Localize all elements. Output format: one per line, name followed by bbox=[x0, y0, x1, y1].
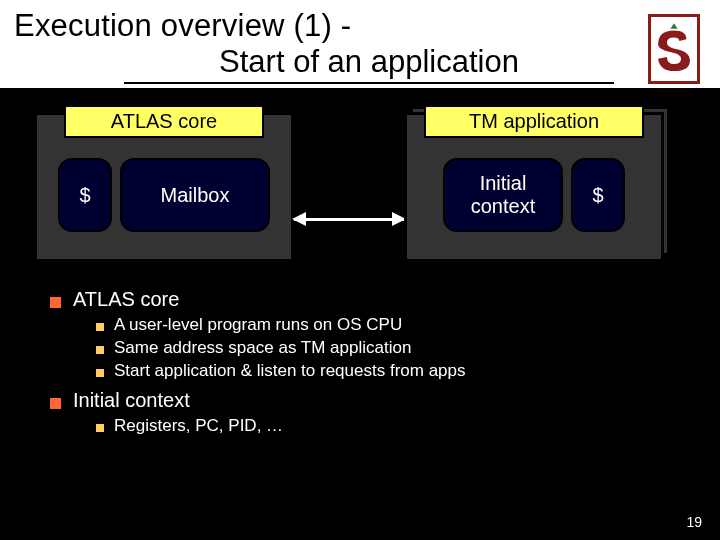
bullet-atlas-core: ATLAS core bbox=[50, 288, 680, 311]
bullet-list: ATLAS core A user-level program runs on … bbox=[50, 288, 680, 436]
tm-application-panel: TM application Initial context $ bbox=[404, 112, 664, 262]
sub-bullet: Start application & listen to requests f… bbox=[96, 361, 680, 381]
bullet-icon bbox=[96, 369, 104, 377]
cache-right: $ bbox=[571, 158, 625, 232]
bullet-initial-context: Initial context bbox=[50, 389, 680, 412]
sub-bullet-text: Start application & listen to requests f… bbox=[114, 361, 466, 381]
title-line-1: Execution overview (1) - bbox=[14, 8, 706, 44]
atlas-core-header: ATLAS core bbox=[64, 105, 264, 138]
title-line-2: Start of an application bbox=[124, 44, 614, 84]
initial-context-block: Initial context bbox=[443, 158, 563, 232]
sub-bullet: Same address space as TM application bbox=[96, 338, 680, 358]
sub-bullet-text: Registers, PC, PID, … bbox=[114, 416, 283, 436]
bullet-text: ATLAS core bbox=[73, 288, 179, 311]
sub-bullet-text: A user-level program runs on OS CPU bbox=[114, 315, 402, 335]
sub-bullet: Registers, PC, PID, … bbox=[96, 416, 680, 436]
slide-title: Execution overview (1) - Start of an app… bbox=[0, 0, 720, 88]
sub-bullet-text: Same address space as TM application bbox=[114, 338, 411, 358]
atlas-core-panel: ATLAS core $ Mailbox bbox=[34, 112, 294, 262]
bullet-icon bbox=[50, 297, 61, 308]
architecture-diagram: ATLAS core $ Mailbox TM application Init… bbox=[34, 112, 686, 262]
cache-left: $ bbox=[58, 158, 112, 232]
mailbox-block: Mailbox bbox=[120, 158, 270, 232]
page-number: 19 bbox=[686, 514, 702, 530]
bullet-text: Initial context bbox=[73, 389, 190, 412]
tm-application-header: TM application bbox=[424, 105, 644, 138]
bullet-icon bbox=[50, 398, 61, 409]
bullet-icon bbox=[96, 424, 104, 432]
stanford-logo bbox=[648, 14, 700, 84]
sub-bullet: A user-level program runs on OS CPU bbox=[96, 315, 680, 335]
bullet-icon bbox=[96, 346, 104, 354]
bullet-icon bbox=[96, 323, 104, 331]
bidirectional-arrow bbox=[294, 112, 404, 262]
